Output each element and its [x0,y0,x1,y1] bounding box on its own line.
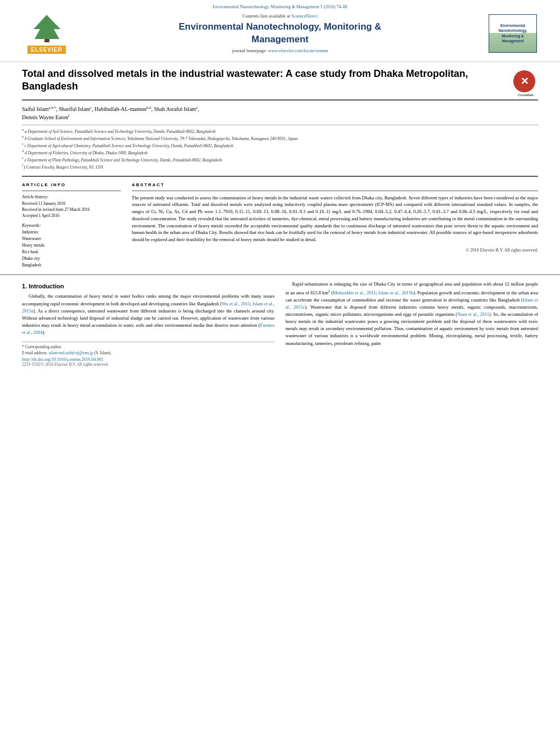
revised-date: Received in revised form 27 March 2016 [22,207,121,213]
sciencedirect-link[interactable]: ScienceDirect [292,13,318,19]
crossmark-logo: ✕ CrossMark [513,70,538,95]
affiliation-e: e e Department of Plant Pathology, Patua… [22,156,538,163]
journal-header: Environmental Nanotechnology, Monitoring… [0,0,560,62]
cite-wu2011[interactable]: Wu et al., 2011 [222,301,250,306]
section1-title: 1. Introduction [22,283,275,289]
received-date: Received 11 January 2016 [22,200,121,207]
affiliations: a a Department of Soil Science, Patuakha… [22,125,538,170]
corresponding-author-note: * Corresponding author. [22,344,275,350]
article-title: Total and dissolved metals in the indust… [22,68,513,93]
doi-line: http://dx.doi.org/10.1016/j.enmm.2016.04… [22,357,275,362]
accepted-date: Accepted 1 April 2016 [22,213,121,219]
abstract-divider [132,191,538,191]
affiliation-b: b b Graduate School of Environment and I… [22,135,538,142]
history-title: Article history: [22,194,121,199]
footnote-section: * Corresponding author. E-mail address: … [22,342,275,367]
abstract-title: ABSTRACT [132,182,538,187]
abstract-text: The present study was conducted to asses… [132,194,538,243]
asterisk-note: * Corresponding author. [22,344,62,349]
crossmark-icon: ✕ [513,70,535,92]
homepage-line: journal homepage: www.elsevier.com/locat… [82,48,478,53]
journal-title-center: Contents lists available at ScienceDirec… [71,13,489,53]
copyright-line: © 2016 Elsevier B.V. All rights reserved… [132,248,538,253]
article-info-title: ARTICLE INFO [22,182,121,187]
cite-mohiuddin2011[interactable]: Mohiuddin et al., 2011 [333,289,376,295]
contents-available-text: Contents lists available at ScienceDirec… [82,13,478,19]
article-content: Total and dissolved metals in the indust… [0,62,560,274]
journal-logo-right: EnvironmentalNanotechnology,Monitoring &… [489,14,538,53]
crossmark-label: CrossMark [513,93,538,97]
article-history: Article history: Received 11 January 201… [22,194,121,219]
keywords-title: Keywords: [22,223,121,228]
affiliation-c: c c Department of Agricultural Chemistry… [22,142,538,149]
journal-logo-text: EnvironmentalNanotechnology,Monitoring &… [499,23,527,43]
keywords-section: Keywords: Industries Wastewater Heavy me… [22,223,121,269]
cite-fuentes2004[interactable]: Fuentes et al., 2004 [22,322,275,335]
issn-line: 2215-1532/© 2016 Elsevier B.V. All right… [22,362,275,367]
journal-main-title: Environmental Nanotechnology, Monitoring… [82,21,478,45]
keyword-rice-husk: Rice husk [22,249,121,255]
body-right-col: Rapid urbanization is enlarging the size… [285,281,538,367]
abstract-column: ABSTRACT The present study was conducted… [132,182,538,269]
keyword-wastewater: Wastewater [22,236,121,242]
email-line: E-mail address: islam-md.saiful-nj@ynu.j… [22,350,275,356]
elsevier-logo: ELSEVIER [22,13,71,54]
elsevier-tree-icon [29,13,65,46]
homepage-url[interactable]: www.elsevier.com/locate/enmm [268,48,328,53]
cite-islam2015c[interactable]: Islam et al., 2015c [285,297,538,310]
journal-logo-box: EnvironmentalNanotechnology,Monitoring &… [489,14,537,53]
body-section: 1. Introduction Globally, the contaminat… [0,274,560,372]
article-info-divider [22,191,121,191]
cite-islam2015b[interactable]: Islam et al., 2015b [378,289,413,295]
affiliation-a: a a Department of Soil Science, Patuakha… [22,127,538,135]
page: Environmental Nanotechnology, Monitoring… [0,0,560,742]
keyword-dhaka-city: Dhaka city [22,255,121,262]
article-title-section: Total and dissolved metals in the indust… [22,68,538,101]
cite-yuan2011[interactable]: Yuan et al., 2011 [457,311,489,317]
keyword-industries: Industries [22,229,121,236]
elsevier-label: ELSEVIER [27,46,65,54]
affiliation-d: d d Department of Fisheries, University … [22,149,538,156]
keyword-heavy-metals: Heavy metals [22,242,121,249]
journal-ref: Environmental Nanotechnology, Monitoring… [22,4,538,9]
authors-line: Saiful Islama,b,*, Shariful Islamc, Habi… [22,105,538,122]
body-left-col: 1. Introduction Globally, the contaminat… [22,281,275,367]
doi-link[interactable]: http://dx.doi.org/10.1016/j.enmm.2016.04… [22,357,104,362]
body-left-text: Globally, the contamination of heavy met… [22,293,275,336]
article-info-column: ARTICLE INFO Article history: Received 1… [22,182,121,269]
svg-rect-2 [44,39,49,42]
keyword-bangladesh: Bangladesh [22,262,121,269]
body-two-col: 1. Introduction Globally, the contaminat… [22,281,538,367]
body-right-text: Rapid urbanization is enlarging the size… [285,281,538,347]
affiliation-f: f f Contract Faculty, Rutgers University… [22,163,538,170]
email-link[interactable]: islam-md.saiful-nj@ynu.jp [49,350,93,355]
article-info-abstract-section: ARTICLE INFO Article history: Received 1… [22,176,538,269]
